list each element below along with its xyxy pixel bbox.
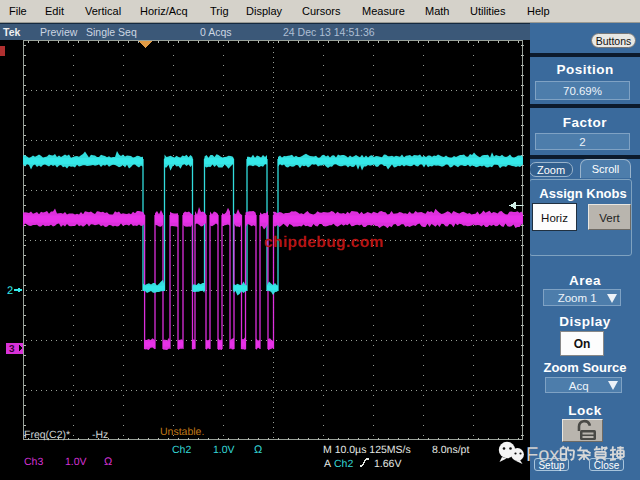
svg-text:A: A: [324, 458, 331, 470]
svg-text:-Hz: -Hz: [92, 429, 108, 441]
svg-text:Ch3: Ch3: [24, 456, 43, 468]
svg-text:1.0V: 1.0V: [65, 456, 87, 468]
svg-text:Ch2: Ch2: [334, 458, 353, 470]
svg-text:1.66V: 1.66V: [374, 458, 401, 470]
svg-text:3: 3: [9, 344, 15, 355]
svg-text:chipdebug.com: chipdebug.com: [264, 234, 384, 251]
svg-text:Ch2: Ch2: [172, 444, 191, 456]
svg-text:Unstable.: Unstable.: [160, 426, 204, 438]
svg-text:8.0ns/pt: 8.0ns/pt: [432, 444, 469, 456]
svg-text:Fox: Fox: [526, 444, 559, 466]
svg-text:Freq(C2)*: Freq(C2)*: [24, 429, 70, 441]
svg-text:M 10.0µs 125MS/s: M 10.0µs 125MS/s: [323, 444, 411, 456]
svg-text:2: 2: [7, 285, 13, 297]
svg-text:Ω: Ω: [104, 456, 112, 468]
svg-text:Ω: Ω: [254, 444, 262, 456]
svg-text:1.0V: 1.0V: [213, 444, 235, 456]
